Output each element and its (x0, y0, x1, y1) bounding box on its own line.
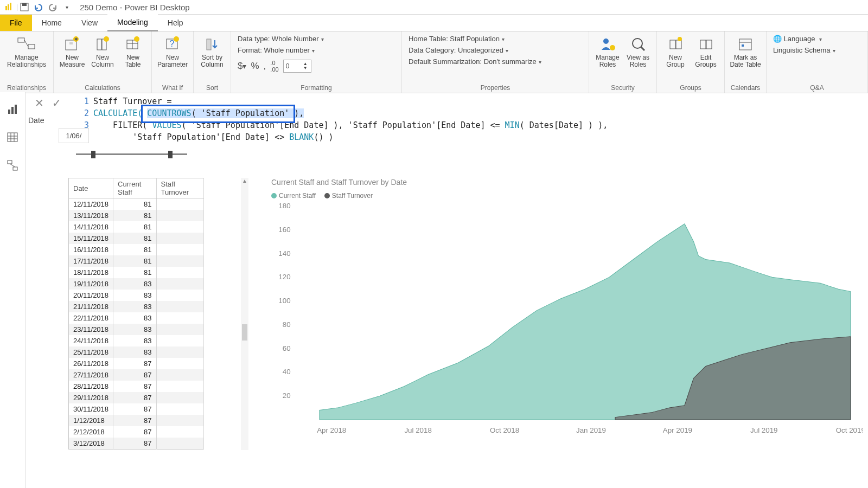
svg-point-20 (174, 36, 179, 42)
table-row[interactable]: 3/12/201887 (69, 438, 204, 450)
new-column-button[interactable]: New Column (87, 34, 118, 68)
commit-formula-icon[interactable]: ✓ (50, 97, 63, 110)
svg-text:Oct 2018: Oct 2018 (490, 427, 519, 434)
tab-modeling[interactable]: Modeling (107, 14, 158, 31)
table-row[interactable]: 24/11/201883 (69, 335, 204, 346)
time-slider[interactable] (76, 151, 187, 157)
model-view-icon[interactable] (5, 158, 20, 172)
format-selector[interactable]: Format: Whole number (238, 46, 395, 54)
new-parameter-label: New Parameter (157, 54, 188, 68)
svg-rect-36 (15, 105, 17, 114)
table-row[interactable]: 29/11/201887 (69, 392, 204, 403)
undo-icon[interactable] (32, 1, 45, 13)
decimal-places-spinner[interactable]: 0 ▲▼ (283, 60, 311, 73)
table-row[interactable]: 26/11/201887 (69, 358, 204, 369)
default-summarization-selector[interactable]: Default Summarization: Don't summarize (409, 57, 582, 66)
col-current-staff[interactable]: Current Staff (113, 178, 156, 198)
new-measure-button[interactable]: ✱ New Measure (57, 34, 87, 68)
thousands-button[interactable]: , (264, 61, 266, 72)
new-group-button[interactable]: New Group (660, 34, 691, 68)
new-table-label: New Table (125, 54, 141, 68)
svg-rect-5 (18, 38, 24, 42)
col-date[interactable]: Date (69, 178, 113, 198)
new-column-icon (93, 35, 112, 53)
table-scrollbar[interactable]: ▲ (241, 178, 248, 450)
tab-view[interactable]: View (72, 15, 107, 31)
tab-file[interactable]: File (0, 15, 32, 31)
manage-roles-label: Manage Roles (596, 54, 619, 68)
tab-home[interactable]: Home (32, 15, 72, 31)
language-selector[interactable]: 🌐 Language (773, 35, 854, 43)
data-view-icon[interactable] (5, 130, 20, 144)
manage-roles-icon (598, 35, 617, 53)
customize-qat-icon[interactable]: ▾ (60, 1, 73, 13)
svg-text:✱: ✱ (74, 37, 78, 42)
scroll-thumb[interactable] (242, 324, 247, 341)
table-row[interactable]: 16/11/201881 (69, 244, 204, 255)
sort-by-column-button[interactable]: Sort by Column (197, 34, 227, 68)
report-view-icon[interactable] (5, 102, 20, 116)
slider-thumb-end[interactable] (168, 151, 173, 158)
table-row[interactable]: 2/12/201887 (69, 426, 204, 438)
date-box[interactable]: 1/06/ (59, 128, 89, 143)
table-row[interactable]: 27/11/201887 (69, 369, 204, 381)
save-icon[interactable] (18, 1, 31, 13)
redo-icon[interactable] (46, 1, 59, 13)
scroll-up-icon[interactable]: ▲ (241, 178, 248, 184)
table-row[interactable]: 30/11/201887 (69, 403, 204, 415)
edit-groups-button[interactable]: Edit Groups (691, 34, 721, 68)
manage-roles-button[interactable]: Manage Roles (592, 34, 623, 68)
ribbon-tabs: File Home View Modeling Help (0, 15, 868, 31)
table-row[interactable]: 28/11/201887 (69, 381, 204, 392)
svg-rect-26 (670, 40, 675, 49)
table-row[interactable]: 21/11/201883 (69, 301, 204, 312)
sort-by-column-label: Sort by Column (201, 54, 223, 68)
mark-as-date-table-label: Mark as Date Table (730, 54, 761, 68)
data-category-selector[interactable]: Data Category: Uncategorized (409, 46, 582, 54)
cancel-formula-icon[interactable]: ✕ (33, 97, 46, 110)
home-table-selector[interactable]: Home Table: Staff Population (409, 35, 582, 43)
formula-editor[interactable]: Staff Turnover = CALCULATE( COUNTROWS( '… (93, 95, 863, 143)
edit-groups-icon (697, 35, 715, 53)
new-table-button[interactable]: New Table (118, 34, 148, 68)
tab-help[interactable]: Help (158, 15, 193, 31)
legend-current-staff[interactable]: Current Staff (271, 192, 316, 200)
svg-text:40: 40 (283, 369, 291, 376)
table-row[interactable]: 17/11/201881 (69, 255, 204, 267)
svg-text:60: 60 (283, 345, 291, 352)
new-measure-icon: ✱ (63, 35, 81, 53)
col-staff-turnover[interactable]: Staff Turnover (156, 178, 203, 198)
table-row[interactable]: 22/11/201883 (69, 312, 204, 324)
calendar-icon (736, 35, 755, 53)
new-parameter-button[interactable]: ? New Parameter (155, 34, 190, 68)
currency-button[interactable]: $▾ (238, 61, 246, 72)
table-row[interactable]: 20/11/201883 (69, 290, 204, 301)
mark-as-date-table-button[interactable]: Mark as Date Table (728, 34, 763, 68)
svg-rect-21 (207, 39, 211, 50)
table-row[interactable]: 23/11/201883 (69, 324, 204, 335)
legend-staff-turnover[interactable]: Staff Turnover (324, 192, 373, 200)
table-row[interactable]: 12/11/201881 (69, 198, 204, 210)
table-row[interactable]: 19/11/201883 (69, 278, 204, 290)
relationships-icon (17, 35, 36, 53)
table-row[interactable]: 14/11/201881 (69, 221, 204, 233)
table-row[interactable]: 13/11/201881 (69, 210, 204, 221)
svg-text:Jul 2019: Jul 2019 (750, 427, 777, 434)
slider-thumb-start[interactable] (91, 151, 95, 158)
svg-line-25 (641, 47, 644, 50)
table-row[interactable]: 15/11/201881 (69, 233, 204, 244)
view-as-roles-button[interactable]: View as Roles (623, 34, 653, 68)
percent-button[interactable]: % (251, 61, 259, 72)
table-row[interactable]: 1/12/201887 (69, 415, 204, 426)
table-row[interactable]: 25/11/201883 (69, 346, 204, 358)
decimal-places-icon: .0.00 (270, 60, 278, 73)
svg-text:Apr 2018: Apr 2018 (317, 427, 346, 434)
svg-text:Jan 2019: Jan 2019 (576, 427, 606, 434)
manage-relationships-label: Manage Relationships (7, 54, 46, 68)
data-type-selector[interactable]: Data type: Whole Number (238, 35, 395, 43)
manage-relationships-button[interactable]: Manage Relationships (3, 34, 50, 68)
chart-canvas[interactable]: 20406080100120140160180Apr 2018Jul 2018O… (271, 203, 863, 436)
svg-rect-31 (739, 39, 751, 50)
linguistic-schema-selector[interactable]: Linguistic Schema (773, 46, 854, 54)
table-row[interactable]: 18/11/201881 (69, 267, 204, 278)
